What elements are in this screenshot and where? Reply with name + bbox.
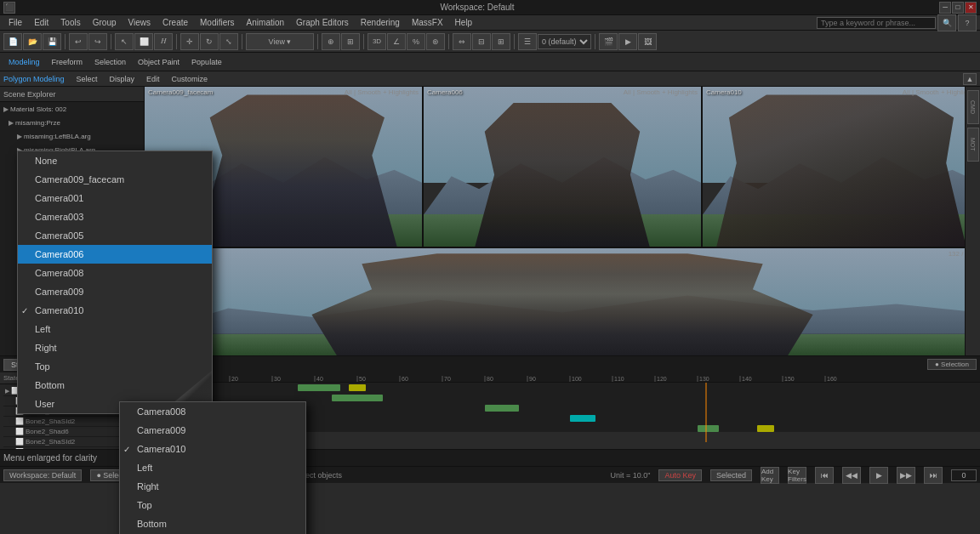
- menu-graph-editors[interactable]: Graph Editors: [291, 17, 354, 28]
- dropdown-item-cam010[interactable]: Camera010: [18, 301, 212, 320]
- key-filters-button[interactable]: Key Filters: [788, 467, 806, 484]
- render-frame-button[interactable]: 🖼: [638, 33, 657, 50]
- menu-create[interactable]: Create: [157, 17, 193, 28]
- dropdown-item-right[interactable]: Right: [18, 338, 212, 357]
- app-icon: ⬛: [3, 2, 15, 14]
- frame-input[interactable]: [951, 469, 977, 481]
- mirror-button[interactable]: ⇔: [453, 33, 471, 50]
- dropdown-item-cam001[interactable]: Camera001: [18, 189, 212, 207]
- render-button[interactable]: ▶: [618, 33, 637, 50]
- menu-tools[interactable]: Tools: [55, 17, 85, 28]
- pm-customize[interactable]: Customize: [167, 74, 214, 84]
- modeling-tab[interactable]: Modeling: [3, 57, 45, 67]
- snap-percent-button[interactable]: %: [407, 33, 425, 50]
- search-input[interactable]: [817, 17, 936, 29]
- prev-key-button[interactable]: ◀◀: [842, 467, 861, 484]
- dropdown-item-left[interactable]: Left: [18, 320, 212, 338]
- next-key-button[interactable]: ▶▶: [897, 467, 915, 484]
- right-tab-1[interactable]: CMD: [967, 90, 979, 124]
- viewport-main[interactable]: Camera006 132 / 162: [145, 248, 980, 355]
- open-file-button[interactable]: 📂: [23, 33, 42, 50]
- save-file-button[interactable]: 💾: [43, 33, 61, 50]
- select-name-button[interactable]: 𝐻: [154, 33, 173, 50]
- populate-tab[interactable]: Populate: [186, 57, 227, 67]
- menu-animation[interactable]: Animation: [242, 17, 289, 28]
- layer-dropdown[interactable]: 0 (default): [538, 34, 591, 49]
- viewport-top-center[interactable]: Camera006 All | Smooth + Highlights: [424, 87, 703, 247]
- dropdown-item-none[interactable]: None: [18, 151, 212, 170]
- scale-button[interactable]: ⤡: [219, 33, 238, 50]
- align-button[interactable]: ⊟: [472, 33, 491, 50]
- layer-button[interactable]: ☰: [518, 33, 537, 50]
- menu-group[interactable]: Group: [88, 17, 122, 28]
- menu-file[interactable]: File: [3, 17, 27, 28]
- menu-edit[interactable]: Edit: [29, 17, 54, 28]
- search-button[interactable]: 🔍: [937, 14, 956, 31]
- dropdown2-item-cam010[interactable]: Camera010: [120, 440, 305, 458]
- dropdown2-item-bottom[interactable]: Bottom: [120, 514, 305, 533]
- menu-views[interactable]: Views: [123, 17, 157, 28]
- dropdown2-item-left[interactable]: Left: [120, 458, 305, 477]
- snap-3d-button[interactable]: 3D: [368, 33, 386, 50]
- dropdown-item-top[interactable]: Top: [18, 357, 212, 376]
- dropdown2-item-right[interactable]: Right: [120, 477, 305, 496]
- tab-selection[interactable]: ● Selection: [927, 359, 977, 370]
- dropdown-item-cam003[interactable]: Camera003: [18, 207, 212, 226]
- pm-select[interactable]: Select: [71, 74, 103, 84]
- menu-massfx[interactable]: MassFX: [407, 17, 448, 28]
- dropdown2-item-cam008[interactable]: Camera008: [120, 402, 305, 421]
- dropdown-item-cam005[interactable]: Camera005: [18, 226, 212, 245]
- menu-modifiers[interactable]: Modifiers: [195, 17, 240, 28]
- array-button[interactable]: ⊞: [492, 33, 510, 50]
- dropdown-item-cam008[interactable]: Camera008: [18, 264, 212, 282]
- dropdown2-item-top[interactable]: Top: [120, 496, 305, 514]
- object-paint-tab[interactable]: Object Paint: [133, 57, 185, 67]
- minimize-button[interactable]: ─: [939, 2, 951, 14]
- auto-key-button[interactable]: Auto Key: [658, 469, 702, 481]
- reference-coord-dropdown[interactable]: View ▾: [246, 33, 314, 50]
- layer-tools: ☰ 0 (default): [518, 33, 591, 50]
- tree-item[interactable]: ▶ misaming:Prze: [0, 116, 144, 129]
- select-button[interactable]: ↖: [115, 33, 134, 50]
- dropdown-item-cam009-facecam[interactable]: Camera009_facecam: [18, 170, 212, 189]
- collapse-ribbon-button[interactable]: ▲: [963, 73, 977, 85]
- undo-button[interactable]: ↩: [69, 33, 88, 50]
- dropdown-item-cam009[interactable]: Camera009: [18, 282, 212, 301]
- close-button[interactable]: ✕: [965, 2, 977, 14]
- title-controls[interactable]: ─ □ ✕: [939, 2, 977, 14]
- play-button[interactable]: ▶: [869, 467, 888, 484]
- freeform-tab[interactable]: Freeform: [47, 57, 88, 67]
- camera-dropdown-menu-2[interactable]: Camera008 Camera009 Camera010 Left Right…: [119, 401, 306, 534]
- prev-frame-button[interactable]: ⏮: [815, 467, 834, 484]
- maximize-button[interactable]: □: [952, 2, 964, 14]
- tree-item[interactable]: ▶ Material Slots: 002: [0, 102, 144, 116]
- menu-help[interactable]: Help: [450, 17, 478, 28]
- camera-dropdown-menu[interactable]: None Camera009_facecam Camera001 Camera0…: [17, 151, 213, 414]
- help-icon[interactable]: ?: [958, 14, 977, 31]
- pm-edit[interactable]: Edit: [141, 74, 165, 84]
- render-setup-button[interactable]: 🎬: [599, 33, 618, 50]
- dropdown-item-cam006[interactable]: Camera006: [18, 245, 212, 264]
- track-bar-3: [485, 405, 519, 412]
- select-region-button[interactable]: ⬜: [134, 33, 153, 50]
- selection-tab[interactable]: Selection: [89, 57, 131, 67]
- dropdown2-item-cam009[interactable]: Camera009: [120, 421, 305, 440]
- tree-item[interactable]: ▶ misaming:LeftBLA.arg: [0, 129, 144, 143]
- new-file-button[interactable]: 📄: [3, 33, 22, 50]
- pm-display[interactable]: Display: [105, 74, 140, 84]
- dropdown-item-bottom[interactable]: Bottom: [18, 376, 212, 395]
- rotate-button[interactable]: ↻: [200, 33, 219, 50]
- menu-rendering[interactable]: Rendering: [356, 17, 405, 28]
- snap-spinner-button[interactable]: ⊛: [426, 33, 445, 50]
- next-frame-button[interactable]: ⏭: [924, 467, 943, 484]
- svg-text:30: 30: [274, 376, 281, 382]
- move-button[interactable]: ✛: [180, 33, 199, 50]
- snap-angle-button[interactable]: ∠: [387, 33, 406, 50]
- pivot-type-button[interactable]: ⊞: [341, 33, 360, 50]
- viewport-top-right[interactable]: Camera010 All | Smooth + Highlights: [703, 87, 980, 247]
- redo-button[interactable]: ↪: [88, 33, 107, 50]
- add-keyframe-button[interactable]: Add Key: [761, 467, 779, 484]
- pivot-button[interactable]: ⊕: [322, 33, 340, 50]
- main-toolbar: 📄 📂 💾 ↩ ↪ ↖ ⬜ 𝐻 ✛ ↻ ⤡ View ▾ ⊕ ⊞ 3D ∠ % …: [0, 31, 980, 53]
- right-tab-2[interactable]: MOT: [967, 128, 979, 162]
